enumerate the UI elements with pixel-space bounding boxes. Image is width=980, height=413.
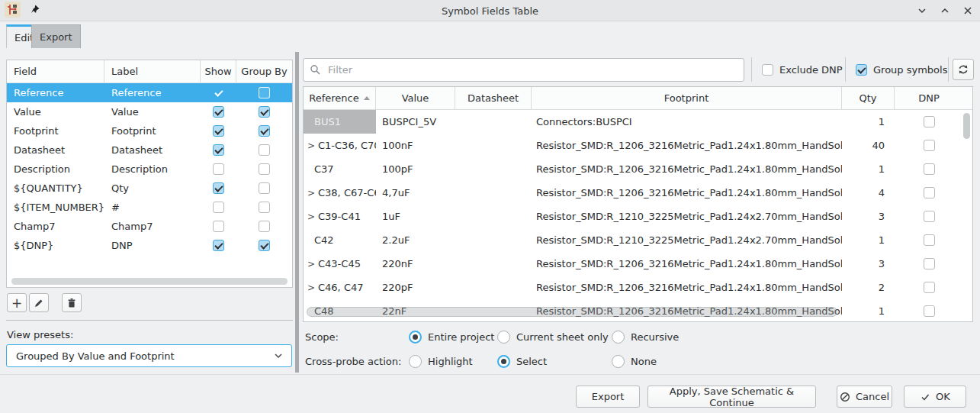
reference-cell[interactable]: >C38, C67-C69 xyxy=(304,181,376,205)
show-checkbox[interactable] xyxy=(213,221,224,232)
cancel-button[interactable]: Cancel xyxy=(837,386,892,408)
scope-option[interactable]: Entire project xyxy=(409,325,494,348)
show-checkbox[interactable] xyxy=(213,125,224,137)
scope-radio[interactable] xyxy=(612,331,625,344)
show-checkbox[interactable] xyxy=(213,87,224,98)
expand-icon[interactable]: > xyxy=(307,259,314,269)
group-symbols-checkbox[interactable] xyxy=(856,64,867,76)
field-row[interactable]: ReferenceReference xyxy=(7,83,292,102)
dnp-checkbox[interactable] xyxy=(924,163,935,175)
group-by-checkbox[interactable] xyxy=(259,240,270,251)
header-footprint[interactable]: Footprint xyxy=(532,87,842,109)
edit-field-button[interactable] xyxy=(29,293,49,312)
show-checkbox[interactable] xyxy=(213,182,224,194)
dnp-checkbox[interactable] xyxy=(924,140,935,151)
header-datasheet[interactable]: Datasheet xyxy=(455,87,532,109)
show-checkbox[interactable] xyxy=(213,163,224,175)
cross-probe-option[interactable]: Highlight xyxy=(409,350,473,373)
table-row[interactable]: >C43-C45220nFResistor_SMD:R_1206_3216Met… xyxy=(304,252,972,276)
scope-option[interactable]: Recursive xyxy=(612,325,679,348)
reference-cell[interactable]: >C39-C41 xyxy=(304,205,376,228)
dnp-checkbox[interactable] xyxy=(924,282,935,293)
field-row[interactable]: FootprintFootprint xyxy=(7,121,292,140)
table-row[interactable]: BUS1BUSPCI_5VConnectors:BUSPCI1 xyxy=(304,110,972,134)
reference-cell[interactable]: C42 xyxy=(304,228,376,252)
table-row[interactable]: >C39-C411uFResistor_SMD:R_1210_3225Metri… xyxy=(304,205,972,228)
cross-probe-option[interactable]: Select xyxy=(497,350,547,373)
header-reference[interactable]: Reference xyxy=(304,87,376,109)
group-by-checkbox[interactable] xyxy=(259,163,270,175)
dnp-checkbox[interactable] xyxy=(924,187,935,198)
table-row[interactable]: >C46, C47220pFResistor_SMD:R_1206_3216Me… xyxy=(304,276,972,299)
dnp-checkbox[interactable] xyxy=(924,258,935,269)
group-by-checkbox[interactable] xyxy=(259,87,270,98)
group-by-checkbox[interactable] xyxy=(259,221,270,232)
add-field-button[interactable]: + xyxy=(7,293,27,312)
expand-icon[interactable]: > xyxy=(307,211,314,222)
cross-probe-radio[interactable] xyxy=(409,355,422,368)
dnp-checkbox[interactable] xyxy=(924,211,935,222)
delete-field-button[interactable] xyxy=(62,293,82,312)
reference-cell[interactable]: >C46, C47 xyxy=(304,276,376,299)
cross-probe-option[interactable]: None xyxy=(612,350,657,373)
reference-cell[interactable]: C37 xyxy=(304,157,376,181)
export-button[interactable]: Export xyxy=(576,386,640,408)
field-row[interactable]: ${DNP}DNP xyxy=(7,236,292,255)
expand-icon[interactable]: > xyxy=(307,188,314,198)
reference-cell[interactable]: >C1-C36, C70-C xyxy=(304,134,376,157)
show-checkbox[interactable] xyxy=(213,202,224,213)
exclude-dnp-checkbox[interactable] xyxy=(762,64,773,76)
scope-radio[interactable] xyxy=(497,331,510,344)
header-value[interactable]: Value xyxy=(376,87,455,109)
scope-radio[interactable] xyxy=(409,331,422,344)
group-by-checkbox[interactable] xyxy=(259,106,270,118)
dnp-checkbox[interactable] xyxy=(924,234,935,246)
group-by-checkbox[interactable] xyxy=(259,144,270,156)
group-symbols-checkbox-group[interactable]: Group symbols xyxy=(856,64,947,76)
apply-save-continue-button[interactable]: Apply, Save Schematic & Continue xyxy=(647,386,816,408)
table-row[interactable]: C422.2uFResistor_SMD:R_1210_3225Metric_P… xyxy=(304,228,972,252)
show-checkbox[interactable] xyxy=(213,144,224,156)
exclude-dnp-checkbox-group[interactable]: Exclude DNP xyxy=(762,64,843,76)
show-checkbox[interactable] xyxy=(213,106,224,118)
dnp-checkbox[interactable] xyxy=(924,305,935,317)
header-dnp[interactable]: DNP xyxy=(895,87,963,109)
scope-option[interactable]: Current sheet only xyxy=(497,325,609,348)
show-checkbox[interactable] xyxy=(213,240,224,251)
ok-button[interactable]: OK xyxy=(904,386,966,408)
field-label-cell: Footprint xyxy=(104,121,201,140)
field-row[interactable]: Champ7Champ7 xyxy=(7,217,292,236)
reference-cell[interactable]: BUS1 xyxy=(304,110,376,134)
refresh-button[interactable] xyxy=(953,59,974,80)
group-by-checkbox[interactable] xyxy=(259,202,270,213)
expand-icon[interactable]: > xyxy=(307,282,314,293)
field-row[interactable]: DescriptionDescription xyxy=(7,160,292,179)
field-row[interactable]: ${ITEM_NUMBER}# xyxy=(7,198,292,217)
tab-export[interactable]: Export xyxy=(31,24,81,48)
qty-cell: 1 xyxy=(842,110,895,134)
fields-horizontal-scrollbar[interactable] xyxy=(11,278,288,285)
filter-input[interactable] xyxy=(303,58,744,82)
close-icon[interactable] xyxy=(962,5,974,17)
symbols-vertical-scrollbar[interactable] xyxy=(963,113,970,139)
field-row[interactable]: ${QUANTITY}Qty xyxy=(7,179,292,198)
shade-down-icon[interactable] xyxy=(916,5,928,17)
field-row[interactable]: ValueValue xyxy=(7,102,292,121)
table-row[interactable]: C37100pFResistor_SMD:R_1206_3216Metric_P… xyxy=(304,157,972,181)
dnp-checkbox[interactable] xyxy=(924,116,935,127)
cross-probe-radio[interactable] xyxy=(612,355,625,368)
header-field: Field xyxy=(7,60,104,82)
cross-probe-radio[interactable] xyxy=(497,355,510,368)
pin-icon[interactable] xyxy=(28,4,40,16)
header-qty[interactable]: Qty xyxy=(842,87,895,109)
group-by-checkbox[interactable] xyxy=(259,182,270,194)
shade-up-icon[interactable] xyxy=(939,5,951,17)
group-by-checkbox[interactable] xyxy=(259,125,270,137)
panel-splitter[interactable] xyxy=(295,52,299,373)
symbols-horizontal-scrollbar[interactable] xyxy=(307,307,837,317)
expand-icon[interactable]: > xyxy=(307,140,314,151)
table-row[interactable]: >C1-C36, C70-C100nFResistor_SMD:R_1206_3… xyxy=(304,134,972,157)
table-row[interactable]: >C38, C67-C694,7uFResistor_SMD:R_1206_32… xyxy=(304,181,972,205)
reference-cell[interactable]: >C43-C45 xyxy=(304,252,376,276)
field-row[interactable]: DatasheetDatasheet xyxy=(7,140,292,160)
